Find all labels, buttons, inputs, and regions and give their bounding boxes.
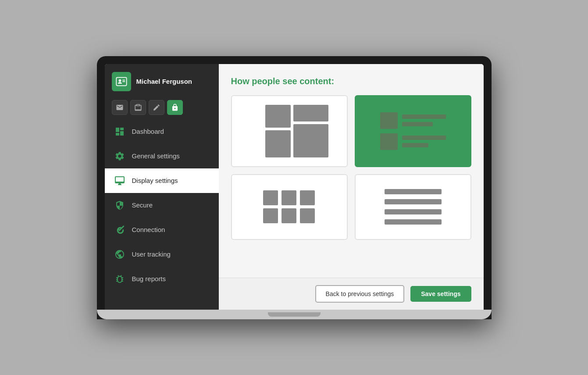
layout-option-1[interactable] [231,95,348,167]
laptop-frame: Michael Ferguson [97,56,492,319]
display-icon [114,175,126,187]
connection-icon [114,224,126,236]
sidebar-item-label: General settings [132,152,180,160]
mail-toolbar-button[interactable] [112,100,128,115]
svg-point-1 [118,79,121,82]
layout-preview-2 [380,112,446,150]
profile-name: Michael Ferguson [136,78,192,86]
laptop-screen: Michael Ferguson [105,64,484,310]
layout-option-3[interactable] [231,174,348,240]
avatar [112,72,131,91]
shield-icon [114,199,126,211]
sidebar-item-label: Display settings [132,177,178,184]
layout-options-grid [231,95,471,240]
bug-icon [114,273,126,285]
laptop-base [97,310,492,319]
sidebar-item-label: User tracking [132,250,171,258]
sidebar-item-label: Connection [132,226,165,233]
dashboard-icon [114,125,126,138]
clipboard-toolbar-button[interactable] [130,100,146,115]
content-area: How people see content: [219,64,484,278]
sidebar: Michael Ferguson [105,64,219,310]
sidebar-item-connection[interactable]: Connection [105,218,219,242]
sidebar-item-label: Bug reports [132,275,166,282]
layout-preview-4 [385,189,442,225]
sidebar-item-user-tracking[interactable]: User tracking [105,242,219,267]
layout-option-4[interactable] [355,174,471,240]
layout-option-2[interactable] [355,95,471,167]
sidebar-item-label: Secure [132,201,153,209]
laptop-notch [268,312,321,317]
sidebar-item-label: Dashboard [132,128,164,135]
layout-preview-3 [263,190,316,223]
sidebar-item-dashboard[interactable]: Dashboard [105,119,219,144]
sidebar-profile: Michael Ferguson [105,64,219,97]
section-title: How people see content: [231,76,471,86]
main-content: How people see content: [219,64,484,310]
bottom-bar: Back to previous settings Save settings [219,278,484,310]
sidebar-item-bug-reports[interactable]: Bug reports [105,267,219,291]
edit-toolbar-button[interactable] [149,100,164,115]
sidebar-toolbar [105,97,219,119]
globe-icon [114,248,126,261]
lock-toolbar-button[interactable] [167,100,183,115]
sidebar-nav: Dashboard General settings Display setti… [105,119,219,310]
settings-icon [114,150,126,162]
sidebar-item-secure[interactable]: Secure [105,193,219,218]
back-button[interactable]: Back to previous settings [315,285,405,303]
layout-preview-1 [265,105,314,157]
sidebar-item-display-settings[interactable]: Display settings [105,168,219,193]
sidebar-item-general-settings[interactable]: General settings [105,144,219,168]
save-button[interactable]: Save settings [410,286,471,302]
